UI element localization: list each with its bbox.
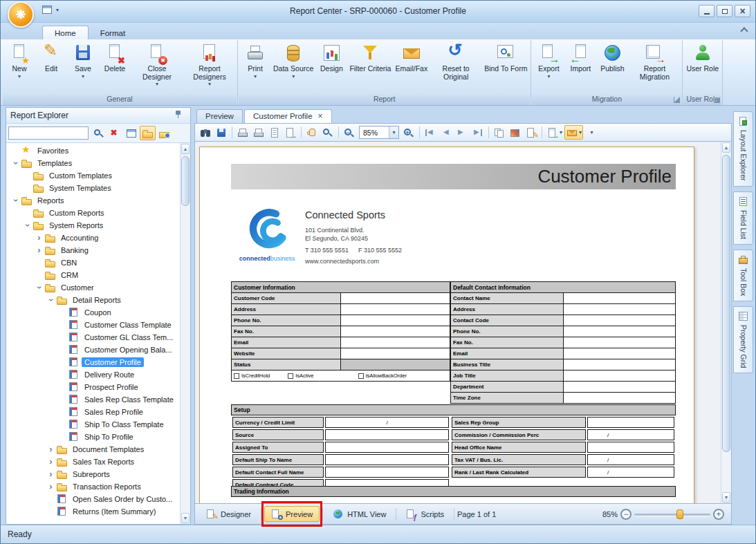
find-button[interactable] [198, 125, 213, 140]
minimize-button[interactable] [699, 5, 714, 17]
tree-item-system-reports[interactable]: ›System Reports [6, 219, 180, 232]
ribbon-button-report-migration[interactable]: Report Migration [628, 42, 681, 82]
ribbon-button-close-designer[interactable]: Close Designer▾ [131, 42, 183, 88]
more-options-button[interactable]: ▾ [584, 125, 599, 140]
tree-item-sales-rep-class-template[interactable]: Sales Rep Class Template [6, 393, 180, 406]
preview-view-button[interactable]: Preview [264, 506, 320, 522]
search-button[interactable] [90, 126, 106, 140]
ribbon-button-email-fax[interactable]: Email/Fax [393, 42, 430, 74]
scroll-down-icon[interactable]: ▼ [722, 492, 730, 503]
previous-page-button[interactable] [439, 125, 454, 140]
checkbox-icon[interactable] [288, 373, 293, 379]
combo-dropdown-icon[interactable]: ▾ [389, 126, 398, 138]
zoom-out-button[interactable]: − [620, 509, 631, 520]
tree-item-prospect-profile[interactable]: Prospect Profile [6, 381, 180, 393]
ribbon-button-reset-to-original[interactable]: Reset to Original [430, 42, 482, 82]
export-document-button[interactable]: ▾ [545, 125, 564, 140]
tree-item-customer-opening-bala[interactable]: Customer Opening Bala... [6, 344, 180, 356]
tree-item-sales-rep-profile[interactable]: Sales Rep Profile [6, 406, 180, 418]
app-logo-icon[interactable]: ❋ [8, 1, 34, 28]
last-page-button[interactable] [470, 125, 486, 140]
tab-customer-profile[interactable]: Customer Profile × [244, 109, 332, 123]
tab-home[interactable]: Home [42, 26, 89, 39]
tree-item-banking[interactable]: ›Banking [6, 244, 180, 256]
tree-item-favorites[interactable]: Favorites [6, 144, 180, 157]
tree-item-sales-tax-reports[interactable]: ›Sales Tax Reports [6, 456, 180, 468]
save-report-button[interactable] [214, 125, 229, 140]
tree-item-customer-class-template[interactable]: Customer Class Template [6, 319, 180, 331]
side-tab-property-grid[interactable]: Property Grid [733, 306, 753, 373]
ribbon-button-report-designers[interactable]: Report Designers▾ [183, 42, 236, 88]
html-view-button[interactable]: HTML View [326, 506, 393, 522]
tree-item-customer-profile[interactable]: Customer Profile [6, 356, 180, 368]
tree-item-ship-to-profile[interactable]: Ship To Profile [6, 431, 180, 443]
scroll-up-icon[interactable]: ▲ [181, 144, 190, 154]
hand-tool-button[interactable] [304, 125, 320, 140]
ribbon-button-save[interactable]: Save▾ [67, 42, 99, 80]
page-color-button[interactable] [508, 125, 523, 140]
scrollbar-thumb[interactable] [181, 156, 190, 206]
open-expander-icon[interactable]: › [35, 283, 44, 293]
closed-expander-icon[interactable]: › [46, 444, 56, 454]
next-page-button[interactable] [454, 125, 470, 140]
restore-button[interactable] [717, 5, 732, 17]
closed-expander-icon[interactable]: › [46, 457, 56, 467]
tree-item-transaction-reports[interactable]: ›Transaction Reports [6, 480, 180, 493]
watermark-button[interactable] [524, 125, 539, 140]
side-tab-tool-box[interactable]: Tool Box [733, 250, 753, 301]
tree-item-document-templates[interactable]: ›Document Templates [6, 443, 180, 456]
checkbox-icon[interactable] [358, 373, 364, 379]
tab-format[interactable]: Format [89, 26, 137, 39]
ribbon-button-edit[interactable]: Edit [35, 42, 67, 74]
tab-preview[interactable]: Preview [196, 109, 243, 123]
tree-item-crm[interactable]: CRM [6, 269, 180, 281]
tree-item-customer-gl-class-tem[interactable]: Customer GL Class Tem... [6, 331, 180, 344]
print-button[interactable] [235, 125, 250, 140]
closed-expander-icon[interactable]: › [34, 233, 44, 243]
tree-item-subreports[interactable]: ›Subreports [6, 468, 180, 480]
document-scrollbar[interactable]: ▲ ▼ [721, 142, 731, 503]
ribbon-button-data-source[interactable]: Data Source▾ [271, 42, 315, 80]
closed-expander-icon[interactable]: › [46, 469, 56, 479]
side-tab-field-list[interactable]: Field List [733, 191, 753, 245]
send-email-button[interactable]: ▾ [564, 125, 583, 140]
dialog-launcher-icon[interactable] [674, 97, 680, 103]
tree-item-system-templates[interactable]: System Templates [6, 182, 180, 194]
scroll-down-icon[interactable]: ▼ [181, 513, 190, 523]
tree-item-coupon[interactable]: Coupon [6, 306, 180, 319]
tree-item-ship-to-class-template[interactable]: Ship To Class Template [6, 418, 180, 431]
search-input[interactable] [8, 126, 89, 140]
tree-item-accounting[interactable]: ›Accounting [6, 232, 180, 244]
open-expander-icon[interactable]: › [46, 295, 56, 306]
dialog-launcher-icon[interactable] [714, 97, 720, 103]
scale-button[interactable] [283, 125, 298, 140]
magnifier-button[interactable] [320, 125, 335, 140]
open-expander-icon[interactable]: › [11, 158, 21, 169]
close-tab-icon[interactable]: × [318, 113, 323, 120]
tree-item-templates[interactable]: ›Templates [6, 157, 180, 169]
ribbon-button-bind-to-form[interactable]: Bind To Form [482, 42, 529, 74]
page-setup-button[interactable] [267, 125, 282, 140]
closed-expander-icon[interactable]: › [34, 245, 44, 255]
open-expander-icon[interactable]: › [11, 196, 21, 206]
zoom-in-button[interactable]: + [713, 509, 724, 520]
ribbon-button-filter-criteria[interactable]: Filter Criteria [347, 42, 393, 74]
ribbon-button-delete[interactable]: Delete [99, 42, 131, 74]
zoom-out-button[interactable] [342, 125, 357, 140]
quick-access-toolbar[interactable]: ▾ [41, 4, 59, 15]
pin-icon[interactable] [174, 110, 186, 121]
tree-item-delivery-route[interactable]: Delivery Route [6, 368, 180, 381]
collapse-ribbon-icon[interactable] [740, 27, 748, 35]
scroll-up-icon[interactable]: ▲ [722, 142, 730, 153]
zoom-slider[interactable] [634, 509, 710, 520]
ribbon-button-export[interactable]: Export▾ [533, 42, 564, 80]
manage-folders-button[interactable] [156, 126, 172, 140]
designer-view-button[interactable]: Designer [199, 506, 258, 522]
tree-item-cbn[interactable]: CBN [6, 256, 180, 269]
tree-item-customer[interactable]: ›Customer [6, 281, 180, 294]
scrollbar-thumb[interactable] [722, 155, 730, 452]
closed-expander-icon[interactable]: › [46, 482, 56, 491]
zoom-in-button[interactable] [401, 125, 416, 140]
close-button[interactable]: × [735, 5, 750, 17]
zoom-level-combo[interactable]: 85%▾ [359, 126, 399, 139]
